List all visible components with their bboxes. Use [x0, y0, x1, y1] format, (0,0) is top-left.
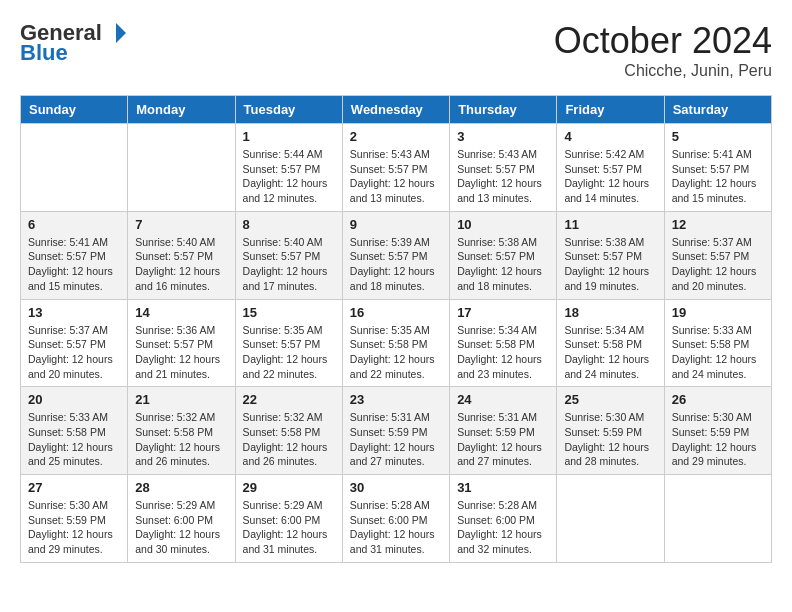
day-number: 1 [243, 129, 335, 144]
col-tuesday: Tuesday [235, 96, 342, 124]
location: Chicche, Junin, Peru [554, 62, 772, 80]
calendar-cell: 2Sunrise: 5:43 AM Sunset: 5:57 PM Daylig… [342, 124, 449, 212]
col-thursday: Thursday [450, 96, 557, 124]
day-number: 22 [243, 392, 335, 407]
col-wednesday: Wednesday [342, 96, 449, 124]
day-number: 31 [457, 480, 549, 495]
calendar-cell: 25Sunrise: 5:30 AM Sunset: 5:59 PM Dayli… [557, 387, 664, 475]
day-info: Sunrise: 5:34 AM Sunset: 5:58 PM Dayligh… [564, 323, 656, 382]
calendar-cell [21, 124, 128, 212]
calendar-cell: 12Sunrise: 5:37 AM Sunset: 5:57 PM Dayli… [664, 211, 771, 299]
calendar-week-2: 6Sunrise: 5:41 AM Sunset: 5:57 PM Daylig… [21, 211, 772, 299]
calendar-cell: 15Sunrise: 5:35 AM Sunset: 5:57 PM Dayli… [235, 299, 342, 387]
day-info: Sunrise: 5:41 AM Sunset: 5:57 PM Dayligh… [28, 235, 120, 294]
day-info: Sunrise: 5:37 AM Sunset: 5:57 PM Dayligh… [28, 323, 120, 382]
calendar-cell: 29Sunrise: 5:29 AM Sunset: 6:00 PM Dayli… [235, 475, 342, 563]
calendar-week-3: 13Sunrise: 5:37 AM Sunset: 5:57 PM Dayli… [21, 299, 772, 387]
day-number: 21 [135, 392, 227, 407]
calendar-cell: 8Sunrise: 5:40 AM Sunset: 5:57 PM Daylig… [235, 211, 342, 299]
day-info: Sunrise: 5:41 AM Sunset: 5:57 PM Dayligh… [672, 147, 764, 206]
day-number: 15 [243, 305, 335, 320]
day-number: 4 [564, 129, 656, 144]
month-title: October 2024 [554, 20, 772, 62]
day-number: 6 [28, 217, 120, 232]
day-info: Sunrise: 5:33 AM Sunset: 5:58 PM Dayligh… [28, 410, 120, 469]
calendar-cell [557, 475, 664, 563]
day-number: 13 [28, 305, 120, 320]
day-info: Sunrise: 5:44 AM Sunset: 5:57 PM Dayligh… [243, 147, 335, 206]
day-info: Sunrise: 5:35 AM Sunset: 5:57 PM Dayligh… [243, 323, 335, 382]
calendar-cell: 7Sunrise: 5:40 AM Sunset: 5:57 PM Daylig… [128, 211, 235, 299]
day-number: 2 [350, 129, 442, 144]
calendar-cell: 28Sunrise: 5:29 AM Sunset: 6:00 PM Dayli… [128, 475, 235, 563]
calendar-cell: 18Sunrise: 5:34 AM Sunset: 5:58 PM Dayli… [557, 299, 664, 387]
calendar-cell: 3Sunrise: 5:43 AM Sunset: 5:57 PM Daylig… [450, 124, 557, 212]
day-number: 8 [243, 217, 335, 232]
calendar-cell: 14Sunrise: 5:36 AM Sunset: 5:57 PM Dayli… [128, 299, 235, 387]
day-info: Sunrise: 5:38 AM Sunset: 5:57 PM Dayligh… [564, 235, 656, 294]
day-number: 29 [243, 480, 335, 495]
calendar-cell: 26Sunrise: 5:30 AM Sunset: 5:59 PM Dayli… [664, 387, 771, 475]
day-info: Sunrise: 5:30 AM Sunset: 5:59 PM Dayligh… [672, 410, 764, 469]
day-number: 26 [672, 392, 764, 407]
day-info: Sunrise: 5:30 AM Sunset: 5:59 PM Dayligh… [564, 410, 656, 469]
day-info: Sunrise: 5:34 AM Sunset: 5:58 PM Dayligh… [457, 323, 549, 382]
col-sunday: Sunday [21, 96, 128, 124]
day-number: 23 [350, 392, 442, 407]
calendar-cell: 5Sunrise: 5:41 AM Sunset: 5:57 PM Daylig… [664, 124, 771, 212]
calendar-cell: 11Sunrise: 5:38 AM Sunset: 5:57 PM Dayli… [557, 211, 664, 299]
page-header: General Blue October 2024 Chicche, Junin… [20, 20, 772, 80]
day-number: 18 [564, 305, 656, 320]
calendar-cell: 19Sunrise: 5:33 AM Sunset: 5:58 PM Dayli… [664, 299, 771, 387]
day-number: 9 [350, 217, 442, 232]
calendar-week-5: 27Sunrise: 5:30 AM Sunset: 5:59 PM Dayli… [21, 475, 772, 563]
calendar-cell: 22Sunrise: 5:32 AM Sunset: 5:58 PM Dayli… [235, 387, 342, 475]
day-number: 24 [457, 392, 549, 407]
day-info: Sunrise: 5:40 AM Sunset: 5:57 PM Dayligh… [135, 235, 227, 294]
calendar-cell: 10Sunrise: 5:38 AM Sunset: 5:57 PM Dayli… [450, 211, 557, 299]
day-number: 19 [672, 305, 764, 320]
calendar-cell: 4Sunrise: 5:42 AM Sunset: 5:57 PM Daylig… [557, 124, 664, 212]
day-info: Sunrise: 5:31 AM Sunset: 5:59 PM Dayligh… [457, 410, 549, 469]
day-info: Sunrise: 5:32 AM Sunset: 5:58 PM Dayligh… [243, 410, 335, 469]
calendar-cell: 30Sunrise: 5:28 AM Sunset: 6:00 PM Dayli… [342, 475, 449, 563]
day-info: Sunrise: 5:39 AM Sunset: 5:57 PM Dayligh… [350, 235, 442, 294]
svg-marker-0 [116, 23, 126, 43]
day-number: 27 [28, 480, 120, 495]
calendar-cell: 23Sunrise: 5:31 AM Sunset: 5:59 PM Dayli… [342, 387, 449, 475]
calendar-cell: 20Sunrise: 5:33 AM Sunset: 5:58 PM Dayli… [21, 387, 128, 475]
calendar-cell: 6Sunrise: 5:41 AM Sunset: 5:57 PM Daylig… [21, 211, 128, 299]
day-info: Sunrise: 5:43 AM Sunset: 5:57 PM Dayligh… [457, 147, 549, 206]
day-info: Sunrise: 5:42 AM Sunset: 5:57 PM Dayligh… [564, 147, 656, 206]
day-info: Sunrise: 5:40 AM Sunset: 5:57 PM Dayligh… [243, 235, 335, 294]
day-info: Sunrise: 5:32 AM Sunset: 5:58 PM Dayligh… [135, 410, 227, 469]
day-info: Sunrise: 5:31 AM Sunset: 5:59 PM Dayligh… [350, 410, 442, 469]
calendar-cell: 17Sunrise: 5:34 AM Sunset: 5:58 PM Dayli… [450, 299, 557, 387]
day-number: 14 [135, 305, 227, 320]
logo-blue-text: Blue [20, 40, 68, 66]
day-info: Sunrise: 5:37 AM Sunset: 5:57 PM Dayligh… [672, 235, 764, 294]
day-info: Sunrise: 5:28 AM Sunset: 6:00 PM Dayligh… [350, 498, 442, 557]
calendar-cell: 16Sunrise: 5:35 AM Sunset: 5:58 PM Dayli… [342, 299, 449, 387]
logo-icon [104, 21, 128, 45]
day-info: Sunrise: 5:28 AM Sunset: 6:00 PM Dayligh… [457, 498, 549, 557]
day-number: 30 [350, 480, 442, 495]
col-monday: Monday [128, 96, 235, 124]
day-number: 16 [350, 305, 442, 320]
calendar-cell: 31Sunrise: 5:28 AM Sunset: 6:00 PM Dayli… [450, 475, 557, 563]
day-info: Sunrise: 5:33 AM Sunset: 5:58 PM Dayligh… [672, 323, 764, 382]
day-info: Sunrise: 5:38 AM Sunset: 5:57 PM Dayligh… [457, 235, 549, 294]
calendar-cell: 24Sunrise: 5:31 AM Sunset: 5:59 PM Dayli… [450, 387, 557, 475]
calendar-cell: 27Sunrise: 5:30 AM Sunset: 5:59 PM Dayli… [21, 475, 128, 563]
day-number: 20 [28, 392, 120, 407]
calendar-week-4: 20Sunrise: 5:33 AM Sunset: 5:58 PM Dayli… [21, 387, 772, 475]
calendar-header-row: Sunday Monday Tuesday Wednesday Thursday… [21, 96, 772, 124]
day-number: 7 [135, 217, 227, 232]
calendar: Sunday Monday Tuesday Wednesday Thursday… [20, 95, 772, 563]
day-number: 11 [564, 217, 656, 232]
calendar-week-1: 1Sunrise: 5:44 AM Sunset: 5:57 PM Daylig… [21, 124, 772, 212]
day-info: Sunrise: 5:43 AM Sunset: 5:57 PM Dayligh… [350, 147, 442, 206]
day-info: Sunrise: 5:29 AM Sunset: 6:00 PM Dayligh… [243, 498, 335, 557]
calendar-cell [664, 475, 771, 563]
day-number: 3 [457, 129, 549, 144]
